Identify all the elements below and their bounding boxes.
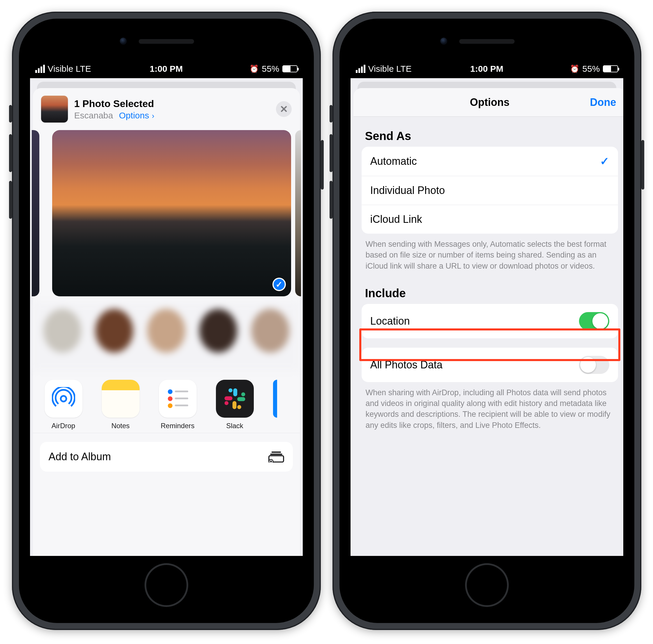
svg-rect-10 <box>224 396 232 400</box>
action-label: Add to Album <box>49 451 111 463</box>
include-all-photos-data[interactable]: All Photos Data <box>362 348 618 382</box>
send-as-icloud-link[interactable]: iCloud Link <box>362 205 618 234</box>
people-suggestions[interactable] <box>33 303 300 370</box>
row-label: Location <box>370 315 410 327</box>
next-app-peek[interactable] <box>273 380 277 418</box>
chevron-right-icon: › <box>150 111 154 120</box>
include-location[interactable]: Location <box>362 304 618 338</box>
svg-rect-8 <box>237 397 245 401</box>
photo-preview[interactable]: ✓ <box>52 130 291 296</box>
include-footer: When sharing with AirDrop, including all… <box>354 382 623 433</box>
signal-icon <box>356 65 365 73</box>
share-notes[interactable]: Notes <box>102 380 140 430</box>
svg-point-1 <box>168 389 172 394</box>
svg-rect-5 <box>175 397 188 399</box>
svg-point-2 <box>168 396 172 401</box>
airdrop-icon <box>45 380 82 418</box>
share-slack[interactable]: Slack <box>216 380 254 430</box>
svg-rect-16 <box>270 454 282 455</box>
share-location: Escanaba <box>74 111 113 120</box>
send-as-individual[interactable]: Individual Photo <box>362 176 618 205</box>
send-as-automatic[interactable]: Automatic ✓ <box>362 147 618 176</box>
signal-icon <box>35 65 45 73</box>
contact-avatar[interactable] <box>147 309 185 353</box>
share-sheet: 1 Photo Selected Escanaba Options › ✕ <box>33 88 300 556</box>
carrier-label: Visible LTE <box>48 64 91 74</box>
app-label: Slack <box>226 422 243 430</box>
svg-point-13 <box>237 405 241 409</box>
home-button[interactable] <box>145 563 188 607</box>
app-label: Reminders <box>161 422 194 430</box>
send-as-list: Automatic ✓ Individual Photo iCloud Link <box>362 147 618 234</box>
battery-icon <box>282 65 297 72</box>
options-link[interactable]: Options › <box>119 111 154 120</box>
row-label: Individual Photo <box>370 184 445 197</box>
contact-avatar[interactable] <box>95 309 133 353</box>
slack-icon <box>216 380 254 418</box>
battery-pct: 55% <box>262 64 279 74</box>
svg-rect-6 <box>175 405 188 406</box>
options-sheet: Options Done Send As Automatic ✓ Individ… <box>354 88 623 433</box>
all-photos-data-toggle[interactable] <box>579 356 609 374</box>
album-stack-icon <box>268 451 284 463</box>
include-list-2: All Photos Data <box>362 348 618 382</box>
selected-check-icon[interactable]: ✓ <box>272 278 286 291</box>
svg-rect-7 <box>233 388 237 396</box>
include-list: Location <box>362 304 618 338</box>
notes-icon <box>102 380 140 418</box>
include-header: Include <box>354 274 623 304</box>
alarm-icon: ⏰ <box>249 65 259 73</box>
checkmark-icon: ✓ <box>600 155 609 168</box>
row-label: Automatic <box>370 155 417 167</box>
send-as-footer: When sending with Messages only, Automat… <box>354 234 623 274</box>
nav-title: Options <box>470 96 510 109</box>
share-airdrop[interactable]: AirDrop <box>45 380 82 430</box>
svg-rect-15 <box>271 452 281 453</box>
alarm-icon: ⏰ <box>570 65 579 73</box>
battery-icon <box>603 65 618 72</box>
app-share-row[interactable]: AirDrop Notes <box>33 370 300 433</box>
send-as-header: Send As <box>354 117 623 147</box>
prev-photo-peek[interactable] <box>32 130 39 296</box>
status-bar: Visible LTE 1:00 PM ⏰ 55% <box>30 60 303 78</box>
svg-point-3 <box>168 404 172 408</box>
contact-avatar[interactable] <box>251 309 289 353</box>
contact-avatar[interactable] <box>199 309 237 353</box>
battery-pct: 55% <box>582 64 600 74</box>
app-label: AirDrop <box>52 422 75 430</box>
close-icon: ✕ <box>280 103 288 115</box>
reminders-icon <box>159 380 197 418</box>
carrier-label: Visible LTE <box>368 64 412 74</box>
nav-bar: Options Done <box>354 88 623 117</box>
svg-rect-4 <box>175 391 188 392</box>
share-reminders[interactable]: Reminders <box>159 380 197 430</box>
row-label: iCloud Link <box>370 213 422 226</box>
svg-point-12 <box>241 392 245 396</box>
svg-point-0 <box>61 396 66 401</box>
close-button[interactable]: ✕ <box>276 101 292 117</box>
app-label: Notes <box>111 422 130 430</box>
home-button[interactable] <box>465 563 509 607</box>
row-label: All Photos Data <box>370 359 443 371</box>
next-photo-peek[interactable] <box>295 130 301 296</box>
share-title: 1 Photo Selected <box>74 98 269 109</box>
selected-photo-thumb[interactable] <box>41 96 68 122</box>
svg-rect-9 <box>232 401 236 409</box>
location-toggle[interactable] <box>579 312 609 330</box>
photo-carousel[interactable]: ✓ <box>32 128 301 296</box>
status-bar: Visible LTE 1:00 PM ⏰ 55% <box>350 60 623 78</box>
contact-avatar[interactable] <box>43 309 81 353</box>
svg-point-11 <box>228 388 233 392</box>
phone-right: Visible LTE 1:00 PM ⏰ 55% Options Done S… <box>333 12 642 630</box>
phone-left: Visible LTE 1:00 PM ⏰ 55% 1 Photo Select… <box>12 12 321 630</box>
svg-point-14 <box>224 401 228 405</box>
done-button[interactable]: Done <box>590 96 616 109</box>
add-to-album-button[interactable]: Add to Album <box>40 442 293 472</box>
